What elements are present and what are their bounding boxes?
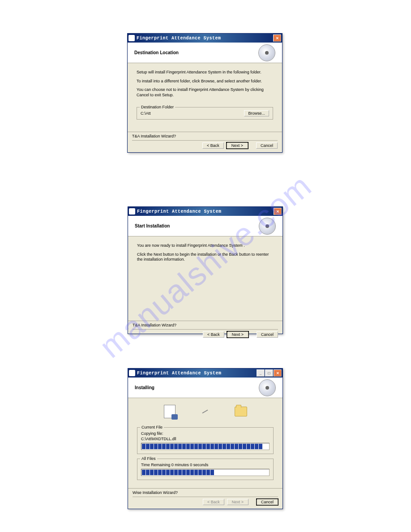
window-title: Fingerprint Attendance System	[137, 36, 273, 41]
minimize-icon[interactable]: _	[257, 369, 265, 377]
header-title: Start Installation	[135, 223, 170, 228]
app-icon	[129, 370, 135, 376]
pen-icon	[202, 410, 208, 414]
next-button: Next >	[227, 499, 248, 505]
next-button[interactable]: Next >	[227, 331, 248, 338]
destination-path: C:\Att	[141, 111, 151, 116]
cancel-button[interactable]: Cancel	[257, 331, 278, 338]
button-row: < Back Next > Cancel	[133, 331, 278, 338]
back-button: < Back	[203, 499, 224, 505]
copying-path: C:\Att\MXDTDLL.dll	[141, 437, 270, 441]
installing-dialog: Fingerprint Attendance System _ □ ✕ Inst…	[128, 368, 283, 509]
window-title: Fingerprint Attendance System	[137, 209, 274, 214]
content-area: You are now ready to install Fingerprint…	[128, 236, 283, 321]
copying-label: Copying file:	[141, 431, 270, 436]
window-title: Fingerprint Attendance System	[137, 371, 257, 376]
app-icon	[128, 35, 135, 41]
titlebar[interactable]: Fingerprint Attendance System ✕	[128, 34, 282, 43]
instruction-text-3: You can choose not to install Fingerprin…	[137, 87, 273, 98]
content-area: Setup will install Fingerprint Attendanc…	[128, 63, 282, 132]
current-file-progress	[141, 443, 270, 450]
maximize-icon[interactable]: □	[265, 369, 273, 377]
content-area: Copying file: C:\Att\MXDTDLL.dll Time Re…	[128, 398, 283, 488]
close-icon[interactable]: ✕	[274, 369, 282, 377]
dialog-header: Destination Location	[128, 43, 282, 63]
header-title: Destination Location	[134, 50, 179, 55]
footer-area: T&A Installation Wizard? < Back Next > C…	[128, 132, 282, 152]
document-icon	[164, 405, 176, 418]
next-button[interactable]: Next >	[227, 142, 248, 149]
all-files-group: Time Remaining 0 minutes 0 seconds	[137, 459, 274, 480]
time-remaining: Time Remaining 0 minutes 0 seconds	[141, 463, 270, 467]
wizard-label: Wise Installation Wizard?	[133, 490, 278, 495]
all-files-progress	[141, 469, 270, 476]
close-icon[interactable]: ✕	[273, 34, 281, 42]
instruction-text-1: Setup will install Fingerprint Attendanc…	[137, 70, 273, 75]
cd-icon	[258, 44, 275, 61]
button-row: < Back Next > Cancel	[133, 499, 278, 505]
wizard-label: T&A Installation Wizard?	[132, 134, 278, 138]
browse-button[interactable]: Browse...	[244, 110, 269, 116]
destination-folder-group: C:\Att Browse...	[137, 107, 273, 120]
folder-icon	[235, 407, 247, 416]
install-graphic-row	[137, 400, 274, 423]
titlebar[interactable]: Fingerprint Attendance System ✕	[128, 207, 283, 216]
button-row: < Back Next > Cancel	[132, 142, 278, 149]
cd-icon	[259, 379, 276, 396]
instruction-text-2: To install into a different folder, clic…	[137, 79, 273, 84]
current-file-group: Copying file: C:\Att\MXDTDLL.dll	[137, 427, 274, 454]
titlebar[interactable]: Fingerprint Attendance System _ □ ✕	[128, 369, 283, 378]
footer-area: T&A Installation Wizard? < Back Next > C…	[128, 321, 283, 341]
dialog-header: Start Installation	[128, 216, 283, 236]
instruction-text: Click the Next button to begin the insta…	[137, 252, 274, 262]
wizard-label: T&A Installation Wizard?	[133, 323, 278, 327]
close-icon[interactable]: ✕	[274, 208, 282, 215]
cd-icon	[259, 218, 276, 235]
back-button[interactable]: < Back	[203, 331, 224, 338]
dialog-header: Installing	[128, 378, 283, 398]
header-title: Installing	[135, 385, 154, 390]
cancel-button[interactable]: Cancel	[256, 142, 278, 149]
footer-area: Wise Installation Wizard? < Back Next > …	[128, 488, 283, 509]
back-button[interactable]: < Back	[202, 142, 224, 149]
start-install-dialog: Fingerprint Attendance System ✕ Start In…	[128, 206, 283, 334]
destination-dialog: Fingerprint Attendance System ✕ Destinat…	[127, 33, 283, 153]
app-icon	[129, 208, 135, 215]
cancel-button[interactable]: Cancel	[257, 499, 278, 505]
ready-text: You are now ready to install Fingerprint…	[137, 243, 274, 249]
